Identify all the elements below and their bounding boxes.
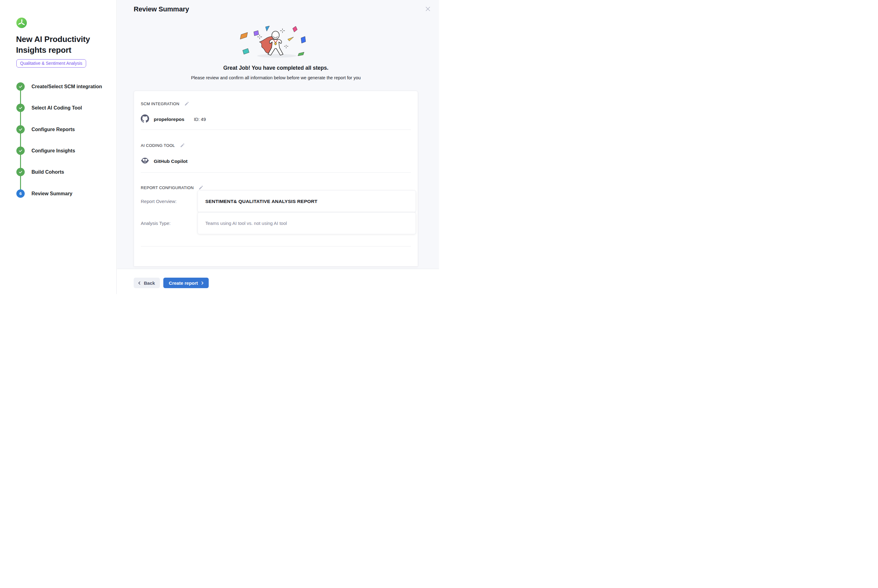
scm-integration-id: ID: 49 — [194, 117, 206, 122]
github-copilot-icon — [141, 156, 149, 166]
edit-scm-integration-pencil-icon[interactable] — [184, 101, 189, 106]
create-report-button-label: Create report — [169, 280, 198, 286]
step-label: Review Summary — [32, 191, 72, 196]
report-overview-value: SENTIMENT& QUALITATIVE ANALYSIS REPORT — [205, 199, 317, 204]
back-button-label: Back — [144, 280, 155, 286]
completion-heading: Great Job! You have completed all steps. — [134, 65, 418, 71]
section-label: SCM INTEGRATION — [141, 102, 179, 106]
step-create-select-scm-integration[interactable]: Create/Select SCM integration — [17, 82, 102, 91]
stepper-connector — [20, 87, 21, 194]
report-overview-row: Report Overview: SENTIMENT& QUALITATIVE … — [141, 190, 416, 212]
wizard-stepper: Create/Select SCM integration Select AI … — [0, 0, 116, 216]
ai-coding-tool-value-row: GitHub Copilot — [141, 157, 411, 165]
step-review-summary[interactable]: 6 Review Summary — [17, 189, 72, 198]
scm-integration-value-row: propelorepos ID: 49 — [141, 115, 411, 123]
edit-ai-coding-tool-pencil-icon[interactable] — [180, 142, 185, 148]
wizard-sidebar: New AI Productivity Insights report Qual… — [0, 0, 117, 294]
section-label: REPORT CONFIGURATION — [141, 185, 194, 190]
divider — [141, 246, 411, 246]
review-summary-card: SCM INTEGRATION propelorepos ID: 49 AI C… — [134, 91, 418, 267]
review-summary-panel: Review Summary — [117, 0, 439, 294]
step-label: Configure Insights — [32, 148, 75, 154]
new-report-wizard: New AI Productivity Insights report Qual… — [0, 0, 439, 294]
create-report-button[interactable]: Create report — [163, 278, 209, 288]
scm-integration-name: propelorepos — [154, 117, 184, 122]
section-report-configuration: REPORT CONFIGURATION — [141, 185, 411, 190]
step-select-ai-coding-tool[interactable]: Select AI Coding Tool — [17, 104, 82, 112]
analysis-type-value-box: Teams using AI tool vs. not using AI too… — [198, 212, 416, 234]
step-done-check-icon — [17, 82, 25, 91]
analysis-type-row: Analysis Type: Teams using AI tool vs. n… — [141, 212, 416, 234]
report-overview-label: Report Overview: — [141, 199, 198, 204]
step-configure-insights[interactable]: Configure Insights — [17, 147, 75, 155]
analysis-type-value: Teams using AI tool vs. not using AI too… — [205, 220, 287, 226]
section-scm-integration: SCM INTEGRATION — [141, 101, 411, 106]
chevron-right-icon — [200, 281, 204, 285]
review-content: Great Job! You have completed all steps.… — [134, 0, 418, 269]
step-done-check-icon — [17, 147, 25, 155]
edit-report-configuration-pencil-icon[interactable] — [198, 185, 204, 190]
chevron-left-icon — [137, 281, 141, 285]
wizard-footer: Back Create report — [117, 269, 439, 294]
close-icon[interactable] — [424, 6, 431, 12]
step-build-cohorts[interactable]: Build Cohorts — [17, 168, 64, 176]
section-ai-coding-tool: AI CODING TOOL — [141, 142, 411, 148]
step-label: Create/Select SCM integration — [32, 84, 102, 90]
step-done-check-icon — [17, 168, 25, 176]
step-configure-reports[interactable]: Configure Reports — [17, 125, 75, 134]
report-overview-value-box: SENTIMENT& QUALITATIVE ANALYSIS REPORT — [198, 190, 416, 212]
step-done-check-icon — [17, 104, 25, 112]
section-label: AI CODING TOOL — [141, 143, 175, 148]
back-button[interactable]: Back — [134, 278, 160, 288]
step-label: Select AI Coding Tool — [32, 105, 82, 111]
completion-subheading: Please review and confirm all informatio… — [134, 75, 418, 80]
step-label: Configure Reports — [32, 127, 75, 132]
ai-coding-tool-name: GitHub Copilot — [154, 159, 187, 164]
github-icon — [141, 114, 149, 124]
step-current-number: 6 — [17, 189, 25, 198]
analysis-type-label: Analysis Type: — [141, 220, 198, 226]
divider — [141, 172, 411, 173]
step-label: Build Cohorts — [32, 170, 64, 175]
celebration-illustration — [225, 26, 327, 59]
step-done-check-icon — [17, 125, 25, 134]
